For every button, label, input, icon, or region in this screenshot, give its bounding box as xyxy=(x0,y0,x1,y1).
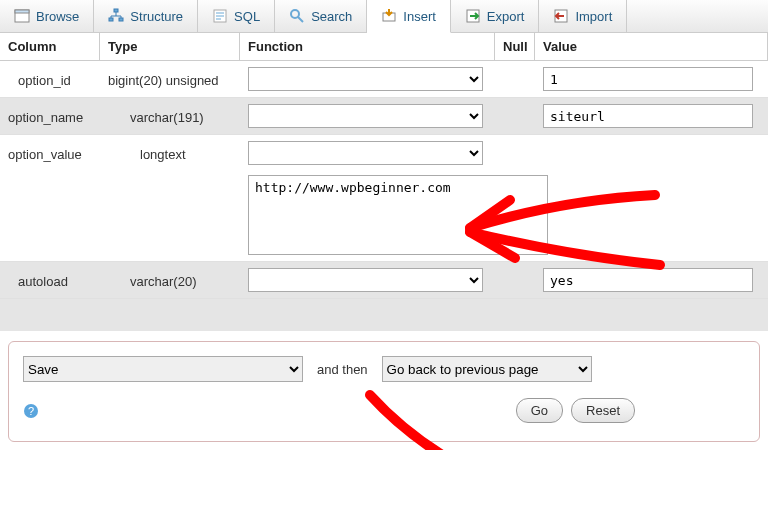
svg-point-6 xyxy=(291,10,299,18)
col-name-autoload: autoload xyxy=(0,262,100,298)
tab-structure-label: Structure xyxy=(130,9,183,24)
tab-import-label: Import xyxy=(575,9,612,24)
value-textarea-option-value[interactable] xyxy=(248,175,548,255)
and-then-label: and then xyxy=(317,362,368,377)
svg-rect-1 xyxy=(15,10,29,13)
go-button[interactable]: Go xyxy=(516,398,563,423)
structure-icon xyxy=(108,8,124,24)
spacer-bar xyxy=(0,299,768,331)
tab-browse-label: Browse xyxy=(36,9,79,24)
insert-icon xyxy=(381,8,397,24)
value-input-autoload[interactable] xyxy=(543,268,753,292)
func-select-autoload[interactable] xyxy=(248,268,483,292)
tab-browse[interactable]: Browse xyxy=(0,0,94,32)
tab-import[interactable]: Import xyxy=(539,0,627,32)
row-option-name: option_name varchar(191) xyxy=(0,98,768,135)
search-icon xyxy=(289,8,305,24)
tab-insert[interactable]: Insert xyxy=(367,0,451,33)
svg-rect-2 xyxy=(114,9,118,12)
tab-search-label: Search xyxy=(311,9,352,24)
help-icon[interactable]: ? xyxy=(23,403,39,419)
svg-text:?: ? xyxy=(28,405,34,417)
row-option-id: option_id bigint(20) unsigned xyxy=(0,61,768,98)
null-option-name xyxy=(495,98,535,134)
tab-export[interactable]: Export xyxy=(451,0,540,32)
th-null: Null xyxy=(495,33,535,60)
tab-bar: Browse Structure SQL Search Insert Expor… xyxy=(0,0,768,33)
tab-insert-label: Insert xyxy=(403,9,436,24)
col-name-option-id: option_id xyxy=(0,61,100,97)
tab-search[interactable]: Search xyxy=(275,0,367,32)
null-option-id xyxy=(495,61,535,97)
svg-rect-4 xyxy=(119,18,123,21)
browse-icon xyxy=(14,8,30,24)
export-icon xyxy=(465,8,481,24)
th-type: Type xyxy=(100,33,240,60)
table-header: Column Type Function Null Value xyxy=(0,33,768,61)
import-icon xyxy=(553,8,569,24)
tab-sql-label: SQL xyxy=(234,9,260,24)
save-select[interactable]: Save xyxy=(23,356,303,382)
null-option-value xyxy=(495,135,535,153)
reset-button[interactable]: Reset xyxy=(571,398,635,423)
value-input-option-id[interactable] xyxy=(543,67,753,91)
row-option-value: option_value longtext xyxy=(0,135,768,262)
col-name-option-value: option_value xyxy=(0,135,100,168)
action-panel: Save and then Go back to previous page ?… xyxy=(8,341,760,442)
sql-icon xyxy=(212,8,228,24)
col-type-option-name: varchar(191) xyxy=(100,98,240,134)
null-autoload xyxy=(495,262,535,298)
col-type-option-id: bigint(20) unsigned xyxy=(100,61,240,97)
col-name-option-name: option_name xyxy=(0,98,100,134)
then-select[interactable]: Go back to previous page xyxy=(382,356,592,382)
th-function: Function xyxy=(240,33,495,60)
th-column: Column xyxy=(0,33,100,60)
tab-structure[interactable]: Structure xyxy=(94,0,198,32)
svg-line-7 xyxy=(298,17,303,22)
col-type-option-value: longtext xyxy=(100,135,240,168)
svg-rect-3 xyxy=(109,18,113,21)
func-select-option-value[interactable] xyxy=(248,141,483,165)
func-select-option-name[interactable] xyxy=(248,104,483,128)
value-input-option-name[interactable] xyxy=(543,104,753,128)
th-value: Value xyxy=(535,33,768,60)
func-select-option-id[interactable] xyxy=(248,67,483,91)
col-type-autoload: varchar(20) xyxy=(100,262,240,298)
row-autoload: autoload varchar(20) xyxy=(0,262,768,299)
tab-export-label: Export xyxy=(487,9,525,24)
tab-sql[interactable]: SQL xyxy=(198,0,275,32)
